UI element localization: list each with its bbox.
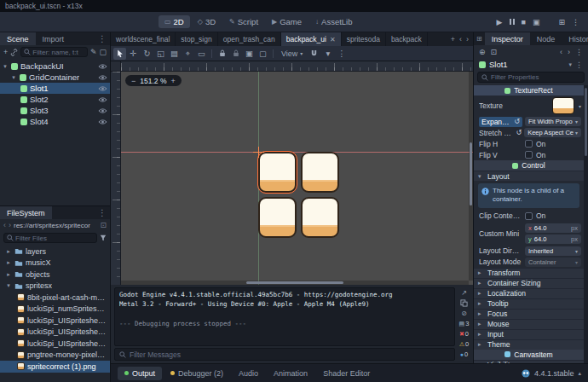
tab-debugger[interactable]: Debugger (2) [164,367,230,380]
file-item[interactable]: luckiSpi_UISpritesheet2... [0,327,110,339]
scene-tab-stop-sign[interactable]: stop_sign [176,32,217,46]
scene-filter-input[interactable] [32,49,84,56]
tab-scene[interactable]: Scene [0,32,36,45]
node-menu-icon[interactable]: ⋮ [575,61,583,69]
sort-files-icon[interactable] [100,234,107,241]
scene-tab-backpack-ui[interactable]: backpack_ui✕ [281,32,342,46]
flip-v-checkbox[interactable] [525,151,533,159]
copy-icon[interactable] [460,299,468,307]
tab-animation[interactable]: Animation [267,367,314,380]
tab-script[interactable]: ✎Script [223,15,264,28]
canvas-menu-icon[interactable]: ⋮ [335,48,348,60]
tab-assetlib[interactable]: ↓AssetLib [309,15,358,28]
load-resource-icon[interactable]: ⊡ [491,48,498,56]
tree-item-gridcontainer[interactable]: ▾ GridContainer [0,72,110,83]
extra-tool-icon[interactable]: ▢ [99,48,107,56]
ruler-tool-button[interactable]: ▭ [195,48,208,60]
chevron-down-icon[interactable]: ▾ [579,103,581,109]
visibility-eye-icon[interactable] [98,107,107,114]
zoom-out-button[interactable]: − [131,77,135,85]
add-node-button[interactable]: + [3,48,8,56]
history-back-icon[interactable]: ‹ [560,48,562,56]
flip-h-checkbox[interactable] [525,140,533,148]
dock-options-icon[interactable]: ⋮ [95,32,110,45]
clip-contents-checkbox[interactable] [525,212,533,220]
stretch-mode-dropdown[interactable]: Keep Aspect Ce▾ [524,128,581,137]
stop-button[interactable]: ■ [522,18,526,26]
tab-scroll-right-icon[interactable]: › [466,35,469,43]
tab-history[interactable]: History [562,32,588,45]
slot1-node[interactable] [258,152,297,193]
tree-item-slot3[interactable]: Slot3 [0,105,110,116]
tab-output[interactable]: Output [118,367,162,380]
attach-script-button[interactable]: ✎ [90,48,97,56]
scene-tab-open-trash-can[interactable]: open_trash_can [218,32,281,46]
category-control[interactable]: Control [474,160,584,171]
visibility-eye-icon[interactable] [98,119,107,125]
dock-options-icon[interactable]: ⋮ [95,206,110,219]
tree-item-backpackui[interactable]: ▾ BackpackUI [0,61,110,72]
inspector-scrollbar[interactable] [584,85,588,363]
object-menu-icon[interactable]: ⋮ [575,48,583,56]
open-external-icon[interactable]: ↗ [461,289,467,297]
slot4-node[interactable] [301,197,339,238]
zoom-in-button[interactable]: + [170,77,175,85]
play-button[interactable]: ▶ [497,18,503,26]
tab-filesystem[interactable]: FileSystem [0,206,52,219]
category-texturerect[interactable]: TextureRect [474,85,584,96]
pivot-tool-button[interactable]: ⌖ [182,48,194,60]
2d-viewport[interactable]: − 151.2 % + [121,72,473,285]
history-back-icon[interactable]: ‹ [3,221,6,229]
tree-item-slot2[interactable]: Slot2 [0,94,110,105]
layout-direction-dropdown[interactable]: Inherited▾ [525,246,581,256]
expand-arrow-icon[interactable]: ▸ [5,259,12,266]
expand-arrow-icon[interactable]: ▸ [5,271,12,278]
tab-node[interactable]: Node [530,32,562,45]
filter-messages-input[interactable] [130,350,450,359]
renderer-icon[interactable]: ⊞ [558,18,565,26]
tab-inspector[interactable]: Inspector [485,32,530,45]
rotate-tool-button[interactable]: ↻ [141,48,153,60]
section-layout[interactable]: ▾ Layout [474,171,584,181]
filter-properties-input[interactable] [491,73,580,81]
history-forward-icon[interactable]: › [9,221,11,229]
visibility-eye-icon[interactable] [98,74,107,81]
clear-icon[interactable]: ⊘ [461,310,467,317]
scene-tab-spritesoda[interactable]: spritesoda [342,32,386,46]
custom-min-x-spinbox[interactable]: x64.0px [525,223,581,233]
view-menu-button[interactable]: View▾ [277,48,307,60]
info-count-badge[interactable]: ●0 [460,350,468,358]
slot2-node[interactable] [301,152,339,193]
warnings-count-badge[interactable]: ⚠0 [459,340,469,348]
group-button[interactable]: ▣ [243,48,256,60]
collapse-arrow-icon[interactable]: ▾ [2,63,9,70]
section-tooltip[interactable]: ▸Tooltip [474,298,584,309]
ungroup-button[interactable]: ▢ [257,48,269,60]
collapse-arrow-icon[interactable]: ▾ [10,74,17,81]
movie-mode-button[interactable]: ▣ [533,18,540,26]
tree-item-slot4[interactable]: Slot4 [0,116,110,127]
visibility-eye-icon[interactable] [98,63,107,70]
history-forward-icon[interactable]: › [568,48,570,56]
messages-count-badge[interactable]: ▤3 [459,320,470,327]
expand-panel-icon[interactable]: ▴ [578,370,581,377]
tab-audio[interactable]: Audio [232,367,265,380]
tab-shader-editor[interactable]: Shader Editor [316,367,377,380]
folder-item-objects[interactable]: ▸ objects [0,269,110,281]
viewport-vscrollbar[interactable] [469,72,473,281]
revert-icon[interactable]: ↺ [516,129,522,136]
slot3-node[interactable] [258,197,297,238]
snap-toggle-button[interactable] [308,48,320,60]
unlock-button[interactable] [229,48,242,60]
tab-scroll-left-icon[interactable]: ‹ [459,35,462,43]
section-mouse[interactable]: ▸Mouse [474,319,584,329]
section-input[interactable]: ▸Input [474,329,584,339]
filesystem-filter-input[interactable] [15,234,94,242]
move-tool-button[interactable]: ✛ [127,48,140,60]
dock-grid-icon[interactable]: ⊞ [474,32,485,45]
scale-tool-button[interactable]: ◱ [154,48,167,60]
zoom-level[interactable]: 151.2 % [140,77,166,85]
expand-mode-dropdown[interactable]: Fit Width Propo▾ [525,117,581,126]
file-item[interactable]: luckiSpi_UISpritesheet1... [0,315,110,327]
section-localization[interactable]: ▸Localization [474,288,584,298]
